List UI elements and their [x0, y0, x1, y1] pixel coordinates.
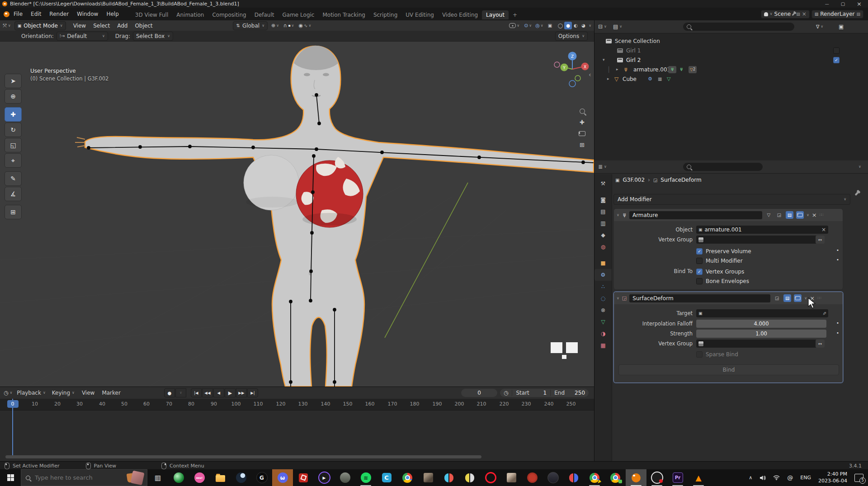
taskbar-app-emulator-yellow[interactable] — [459, 469, 480, 486]
transform-orientation-selector[interactable]: ⇅ Global ∨ — [233, 21, 268, 30]
axis-negative-y[interactable] — [575, 75, 580, 81]
scene-selector[interactable]: ∨ Scene ▤ × — [761, 10, 810, 19]
axis-negative-x[interactable] — [554, 62, 560, 67]
search-input[interactable] — [34, 474, 108, 481]
tab-tool[interactable]: ⚒ — [594, 178, 612, 189]
tab-texture[interactable]: ▦ — [594, 340, 612, 351]
zoom-view-icon[interactable] — [580, 109, 585, 114]
drag-handle-icon[interactable]: ∷∷ — [817, 296, 821, 300]
ortho-toggle-icon[interactable]: ⊞ — [580, 142, 585, 148]
timeline-view-menu[interactable]: View — [82, 390, 94, 396]
pin-icon[interactable] — [855, 192, 859, 196]
use-preview-range-icon[interactable]: ◷ — [500, 390, 512, 396]
tool-rotate[interactable]: ↻ — [5, 123, 22, 137]
workspace-tab-game-logic[interactable]: Game Logic — [278, 10, 319, 19]
wifi-icon[interactable] — [773, 475, 780, 480]
tool-annotate[interactable]: ✎ — [5, 171, 22, 186]
tool-move[interactable]: ✚ — [5, 107, 22, 122]
modifier-stack-icon[interactable]: ▦ — [658, 76, 662, 81]
tab-physics[interactable]: ◌ — [594, 293, 612, 304]
breadcrumb-object[interactable]: G3F.002 — [623, 177, 645, 183]
taskbar-app-calibre[interactable]: C — [376, 469, 397, 486]
preserve-volume-checkbox[interactable]: ✓ — [696, 248, 703, 255]
extras-dropdown-icon[interactable]: ∨ — [807, 213, 809, 217]
tray-expand-icon[interactable]: ∧ — [749, 475, 752, 481]
vertex-groups-checkbox[interactable]: ✓ — [696, 269, 703, 275]
tool-scale[interactable]: ◱ — [5, 138, 22, 152]
pivot-point-selector[interactable]: ⊕ ∨ — [271, 23, 279, 28]
invert-vertex-group-button[interactable]: ↔ — [816, 340, 825, 348]
taskbar-app-opera[interactable] — [480, 469, 501, 486]
render-display-toggle[interactable] — [794, 294, 802, 302]
expand-icon[interactable]: ▸ — [616, 67, 618, 71]
eyedropper-icon[interactable]: ✎ — [821, 311, 826, 315]
new-collection-button[interactable]: ▣ — [839, 24, 844, 30]
workspace-tab-animation[interactable]: Animation — [172, 10, 208, 19]
taskbar-app-photos-2[interactable] — [501, 469, 522, 486]
taskbar-app-file-explorer[interactable] — [210, 469, 231, 486]
volume-icon[interactable] — [760, 475, 766, 481]
play-reverse-button[interactable]: ◀ — [213, 388, 224, 397]
pin-icon[interactable] — [792, 12, 795, 15]
outliner-row-scene-collection[interactable]: Scene Collection — [594, 36, 868, 46]
outliner-row-girl1[interactable]: Girl 1 — [594, 46, 868, 55]
armature-modifier-header[interactable]: ∨ ⋔ Armature ▽ ◲ ▤ ∨ × ∷∷ — [614, 209, 843, 221]
properties-search[interactable] — [683, 163, 763, 171]
editor-type-selector[interactable]: ⤧ ∨ — [3, 23, 11, 28]
armature-object-field[interactable]: ▣ armature.001 × — [696, 226, 828, 234]
tool-measure[interactable]: ∡ — [5, 187, 22, 201]
taskbar-app-premiere[interactable]: Pr — [667, 469, 688, 486]
tab-object[interactable]: ■ — [594, 257, 612, 269]
taskbar-app-osu[interactable]: osu! — [189, 469, 210, 486]
taskbar-app-emulator-red[interactable] — [563, 469, 584, 486]
axis-x-label[interactable]: X — [584, 65, 586, 69]
bind-button[interactable]: Bind — [618, 364, 839, 375]
bind-bone-envelopes-row[interactable]: Bone Envelopes — [696, 277, 749, 285]
modifier-name-field[interactable]: Armature — [629, 211, 762, 219]
keying-menu[interactable]: Keying∨ — [52, 390, 75, 396]
tab-world[interactable]: ◍ — [594, 241, 612, 253]
shading-wireframe-icon[interactable]: ◯ — [557, 22, 564, 29]
workspace-tab-scripting[interactable]: Scripting — [369, 10, 401, 19]
xray-toggle-icon[interactable]: ▣ — [548, 23, 552, 28]
navigation-gizmo[interactable]: Z Y X — [552, 50, 591, 90]
taskbar-app-vlc[interactable]: ▲ — [688, 469, 709, 486]
menu-window[interactable]: Window — [73, 11, 102, 17]
viewport-3d[interactable]: ⤧ ∨ ▣ Object Mode ∨ View Select Add Obje… — [0, 20, 594, 387]
vertex-group-icon[interactable]: ▽ — [667, 76, 670, 82]
menu-render[interactable]: Render — [45, 11, 73, 17]
outliner-search[interactable] — [683, 23, 794, 31]
collapse-icon[interactable]: ∨ — [617, 213, 619, 217]
clock[interactable]: 2:40 PM 2023-06-04 — [818, 471, 847, 484]
tab-constraints[interactable]: ⊗ — [594, 304, 612, 316]
autokey-dropdown[interactable]: ∨ — [175, 388, 186, 397]
tab-output[interactable]: ▤ — [594, 206, 612, 217]
expand-icon[interactable]: ▸ — [607, 77, 609, 81]
taskbar-app-character[interactable] — [335, 469, 355, 486]
tool-select-box[interactable]: ➤ — [5, 74, 22, 88]
tab-scene[interactable]: ◆ — [594, 229, 612, 241]
menu-file[interactable]: File — [9, 11, 27, 17]
modifier-name-field[interactable]: SurfaceDeform — [629, 294, 770, 302]
current-frame-tick[interactable]: 0 — [11, 401, 14, 407]
pose-mode-badge[interactable]: ⋔ — [668, 66, 676, 73]
taskbar-app-blender[interactable] — [626, 469, 646, 486]
workspace-tab-compositing[interactable]: Compositing — [208, 10, 250, 19]
current-frame-field[interactable]: 0 — [461, 389, 497, 397]
notification-center-icon[interactable]: 5 — [854, 474, 863, 482]
invert-vertex-group-button[interactable]: ↔ — [816, 236, 825, 244]
start-button[interactable] — [0, 469, 21, 486]
workspace-tab-layout[interactable]: Layout — [482, 10, 509, 19]
outliner-row-cube[interactable]: ▸ ▽ Cube ⚙ ▦ ▽ — [594, 74, 868, 84]
timeline-ruler[interactable]: 0 10 20 30 40 50 60 70 80 90 100 110 120… — [0, 399, 594, 411]
taskbar-app-emulator-cyan[interactable] — [439, 469, 459, 486]
outliner-row-armature[interactable]: │ ▸ ⋔ armature.001 ⋔ ⋔ ▽ 2 — [594, 65, 868, 74]
options-dropdown[interactable]: Options ∨ — [555, 32, 588, 41]
minimize-button[interactable]: — — [825, 2, 829, 6]
properties-editor-selector[interactable]: ≣ ∨ — [598, 164, 607, 170]
timeline-editor-selector[interactable]: ◷ ∨ — [4, 390, 12, 396]
outliner-row-girl2[interactable]: ▾ Girl 2 ✓ — [594, 55, 868, 65]
taskbar-app-chrome[interactable] — [397, 469, 418, 486]
clear-object-icon[interactable]: × — [821, 226, 826, 233]
menu-help[interactable]: Help — [102, 11, 123, 17]
